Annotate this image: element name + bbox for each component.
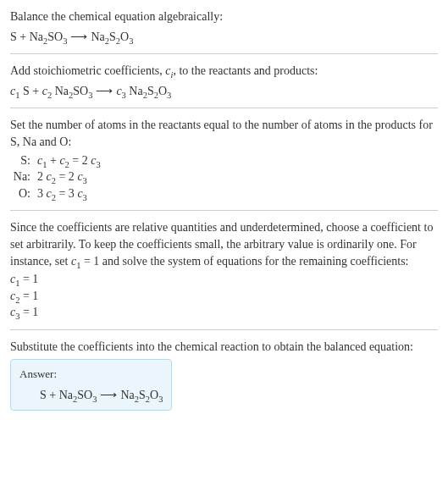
coeff-c1: c1 = 1 [10,271,438,288]
divider [10,210,438,211]
coefficient-equation: c1 S + c2 Na2SO3⟶c3 Na2S2O3 [10,83,438,100]
atom-equations: S: c1 + c2 = 2 c3 Na: 2 c2 = 2 c3 O: 3 c… [10,152,438,202]
reactant-na2so3: Na2SO3 [30,30,68,43]
step5-text: Substitute the coefficients into the che… [10,339,438,356]
atom-row-s: S: c1 + c2 = 2 c3 [10,152,438,169]
arrow-icon: ⟶ [92,85,116,97]
divider [10,329,438,330]
step-add-coefficients: Add stoichiometric coefficients, ci, to … [10,63,438,99]
answer-label: Answer: [19,367,163,382]
divider [10,108,438,108]
intro-section: Balance the chemical equation algebraica… [10,8,438,45]
solved-coefficients: c1 = 1 c2 = 1 c3 = 1 [10,271,438,321]
arrow-icon: ⟶ [97,389,120,401]
step3-text: Set the number of atoms in the reactants… [10,117,438,150]
plus: + [17,30,30,43]
step4-text: Since the coefficients are relative quan… [10,219,438,269]
atom-row-na: Na: 2 c2 = 2 c3 [10,168,438,185]
product-na2s2o3: Na2S2O3 [91,30,133,43]
step2-text: Add stoichiometric coefficients, ci, to … [10,63,438,80]
balanced-equation: S + Na2SO3⟶Na2S2O3 [19,387,163,404]
step-substitute: Substitute the coefficients into the che… [10,339,438,411]
unbalanced-equation: S + Na2SO3⟶Na2S2O3 [10,29,438,46]
reactant-s: S [10,30,17,43]
answer-box: Answer: S + Na2SO3⟶Na2S2O3 [10,359,172,411]
arrow-icon: ⟶ [67,30,91,43]
divider [10,53,438,54]
coeff-c3: c3 = 1 [10,304,438,321]
step-solve: Since the coefficients are relative quan… [10,219,438,321]
step-atom-balance: Set the number of atoms in the reactants… [10,117,438,202]
atom-row-o: O: 3 c2 = 3 c3 [10,185,438,202]
intro-text: Balance the chemical equation algebraica… [10,8,438,25]
coeff-c2: c2 = 1 [10,288,438,305]
